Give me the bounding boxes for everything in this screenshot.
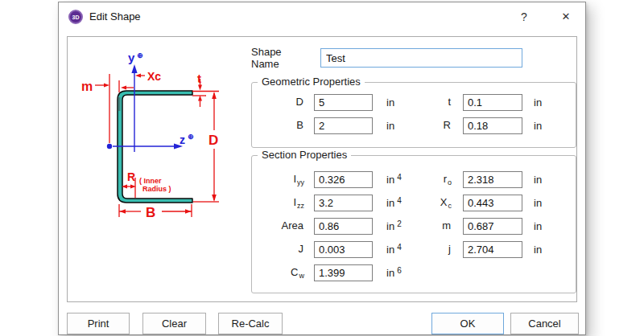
y-axis-arrowhead: [131, 64, 137, 73]
section-row-3: Area in2 m in: [252, 218, 576, 235]
field-input-m[interactable]: [463, 218, 522, 235]
b-dim-label: B: [146, 205, 155, 220]
shape-name-row: Shape Name: [251, 47, 522, 68]
field-input-R[interactable]: [463, 117, 522, 134]
field-input-J[interactable]: [314, 241, 373, 258]
section-row-2: Izz in4 Xc in: [252, 195, 576, 211]
field-label-m: m: [412, 219, 452, 233]
field-input-t[interactable]: [463, 94, 522, 111]
shear-center-dot: [107, 144, 112, 149]
3d-app-icon: 3D: [68, 10, 83, 24]
field-label-D: D: [252, 96, 304, 109]
field-unit-Area: in2: [386, 220, 412, 232]
content-panel: y ⊕ z ⊕ m Xc t: [67, 36, 577, 302]
field-unit-Xc: in: [534, 197, 559, 209]
t-arrowhead-down: [198, 85, 202, 91]
r-note-line1: ( Inner: [139, 177, 162, 185]
field-input-j[interactable]: [463, 241, 522, 258]
field-unit-Izz: in4: [386, 197, 412, 209]
field-label-Xc: Xc: [412, 196, 452, 210]
m-arrowhead: [104, 83, 109, 87]
r-dim-label: R: [127, 170, 135, 183]
ok-button[interactable]: OK: [431, 313, 504, 334]
window-title: Edit Shape: [89, 10, 141, 23]
d-arrowhead-top: [212, 92, 217, 99]
shape-name-input[interactable]: [320, 48, 522, 68]
field-label-t: t: [412, 96, 452, 109]
help-button[interactable]: ?: [511, 5, 537, 29]
field-unit-B: in: [386, 120, 412, 132]
field-unit-t: in: [534, 96, 559, 109]
field-unit-m: in: [534, 220, 559, 232]
y-axis-label: y: [128, 51, 135, 64]
field-label-Izz: Izz: [252, 196, 304, 210]
field-label-ro: ro: [412, 173, 452, 186]
b-arrowhead-right: [185, 209, 192, 213]
field-label-B: B: [252, 119, 304, 133]
print-button[interactable]: Print: [67, 313, 130, 334]
field-label-R: R: [412, 119, 452, 133]
field-label-Area: Area: [252, 219, 304, 233]
3d-app-icon-text: 3D: [72, 14, 80, 20]
y-axis-marker: ⊕: [137, 51, 143, 59]
m-dim-label: m: [81, 80, 93, 93]
desktop-background: 3D Edit Shape ? ✕ y ⊕ z ⊕: [0, 0, 644, 336]
xc-arrowhead: [135, 73, 141, 77]
close-icon[interactable]: ✕: [553, 5, 579, 29]
b-arrowhead-left: [120, 209, 126, 213]
section-row-4: J in4 j in: [252, 241, 576, 258]
r-note-line2: Radius ): [142, 185, 171, 193]
field-input-B[interactable]: [314, 117, 373, 134]
geometric-properties-group: Geometric Properties D in t in B in R in: [251, 82, 576, 148]
field-unit-Cw: in6: [386, 267, 412, 279]
field-unit-J: in4: [386, 244, 412, 256]
field-label-J: J: [252, 243, 304, 256]
section-properties-title: Section Properties: [258, 149, 351, 161]
z-axis-label: z: [180, 133, 185, 146]
field-input-ro[interactable]: [463, 171, 522, 188]
section-properties-group: Section Properties Iyy in4 ro in Izz in4…: [251, 155, 576, 293]
field-label-j: j: [412, 243, 452, 256]
shape-name-label: Shape Name: [251, 46, 310, 70]
geometric-properties-title: Geometric Properties: [258, 76, 365, 88]
field-unit-R: in: [534, 120, 559, 132]
field-input-D[interactable]: [314, 94, 373, 111]
field-input-Izz[interactable]: [314, 195, 373, 211]
section-row-1: Iyy in4 ro in: [252, 171, 576, 188]
d-dim-label: D: [208, 133, 218, 148]
field-input-Xc[interactable]: [463, 195, 522, 211]
field-unit-j: in: [534, 244, 559, 256]
t-dim-label: t: [197, 72, 201, 85]
field-label-Cw: Cw: [252, 266, 304, 280]
cancel-button[interactable]: Cancel: [510, 313, 579, 334]
d-arrowhead-bottom: [212, 195, 217, 202]
m-arrowhead-2: [121, 85, 126, 89]
field-unit-D: in: [386, 96, 412, 109]
section-row-5: Cw in6: [252, 264, 576, 281]
field-label-Iyy: Iyy: [252, 173, 304, 186]
clear-button[interactable]: Clear: [142, 313, 206, 334]
edit-shape-dialog: 3D Edit Shape ? ✕ y ⊕ z ⊕: [58, 2, 586, 335]
field-input-Iyy[interactable]: [314, 171, 373, 188]
recalc-button[interactable]: Re-Calc: [218, 313, 283, 334]
field-input-Cw[interactable]: [314, 264, 373, 281]
title-bar[interactable]: 3D Edit Shape ? ✕: [59, 2, 585, 31]
xc-dim-label: Xc: [147, 70, 161, 83]
field-input-Area[interactable]: [314, 218, 373, 235]
field-unit-ro: in: [534, 174, 559, 186]
geometric-row-2: B in R in: [252, 117, 576, 134]
channel-section-diagram: y ⊕ z ⊕ m Xc t: [77, 47, 238, 245]
field-unit-Iyy: in4: [386, 174, 412, 186]
geometric-row-1: D in t in: [252, 94, 576, 111]
z-axis-marker: ⊕: [188, 133, 194, 141]
